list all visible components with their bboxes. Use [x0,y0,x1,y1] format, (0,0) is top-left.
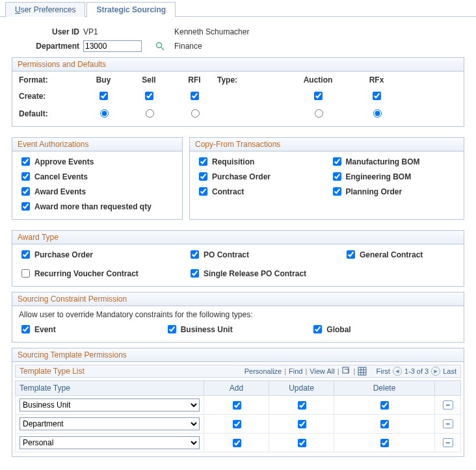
row-remove-button[interactable]: − [443,419,453,428]
template-perm-title: Sourcing Template Permissions [12,348,464,362]
department-label: Department [12,42,83,51]
svg-point-0 [157,43,162,48]
personalize-link[interactable]: Personalize [245,367,282,375]
award-more-checkbox[interactable] [21,202,30,211]
award-recurring-checkbox[interactable] [21,269,30,278]
template-type-select[interactable]: Personal [20,436,200,449]
event-auth-title: Event Authorizations [12,138,182,151]
approve-events-checkbox[interactable] [21,157,30,166]
default-buy-radio[interactable] [100,109,109,118]
copy-engbom-checkbox[interactable] [333,172,341,181]
tab-strategic-sourcing[interactable]: Strategic Sourcing [86,2,176,17]
constraint-global-checkbox[interactable] [313,325,322,333]
row-update-checkbox[interactable] [298,401,306,410]
constraint-bu-checkbox[interactable] [168,325,176,333]
copy-from-title: Copy-From Transactions [190,138,464,151]
create-buy-checkbox[interactable] [99,92,108,100]
col-delete[interactable]: Delete [334,381,435,396]
row-update-checkbox[interactable] [298,420,306,428]
row-update-checkbox[interactable] [298,439,306,447]
copy-planorder-checkbox[interactable] [333,187,341,196]
svg-line-1 [161,47,164,50]
table-row: Personal− [16,434,461,452]
row-delete-checkbox[interactable] [380,401,389,410]
row-remove-button[interactable]: − [443,400,453,410]
copy-mfgbom-checkbox[interactable] [333,157,341,166]
copy-planorder-label: Planning Order [346,187,403,196]
col-update[interactable]: Update [269,381,334,396]
award-general-checkbox[interactable] [347,250,355,259]
copy-requisition-checkbox[interactable] [199,157,207,166]
type-label: Type: [217,75,289,85]
award-po-checkbox[interactable] [21,250,30,259]
find-link[interactable]: Find [289,367,302,375]
default-rfi-radio[interactable] [191,109,200,118]
award-pocontract-checkbox[interactable] [191,250,199,259]
copy-from-section: Copy-From Transactions Requisition Manuf… [189,137,464,220]
department-input[interactable] [83,40,142,52]
template-list-title: Template Type List [20,367,85,376]
copy-engbom-label: Engineering BOM [346,172,412,181]
create-rfx-checkbox[interactable] [373,92,381,100]
event-auth-section: Event Authorizations Approve Events Canc… [12,137,183,220]
zoom-icon[interactable] [342,367,351,376]
permissions-title: Permissions and Defaults [12,58,464,72]
template-type-select[interactable]: Business Unit [20,398,200,411]
award-type-title: Award Type [12,231,464,244]
constraint-global-label: Global [326,325,350,334]
next-button[interactable]: ► [431,367,440,376]
constraint-help-text: Allow user to override Mandatory constra… [19,310,457,319]
row-add-checkbox[interactable] [233,401,241,410]
row-add-checkbox[interactable] [233,439,241,447]
constraint-section: Sourcing Constraint Permission Allow use… [12,292,464,343]
svg-rect-2 [343,367,349,373]
table-row: Business Unit− [16,396,461,415]
award-recurring-label: Recurring Voucher Contract [34,269,139,278]
row-remove-button[interactable]: − [443,438,453,447]
award-single-label: Single Release PO Contract [204,269,306,278]
row-delete-checkbox[interactable] [380,439,389,447]
copy-mfgbom-label: Manufacturing BOM [346,157,420,166]
create-label: Create: [19,92,81,101]
col-add[interactable]: Add [204,381,269,396]
row-add-checkbox[interactable] [233,420,241,428]
copy-po-label: Purchase Order [212,172,271,181]
approve-events-label: Approve Events [34,157,94,166]
department-name: Finance [174,42,304,51]
spreadsheet-icon[interactable] [358,367,367,376]
constraint-title: Sourcing Constraint Permission [12,293,464,306]
copy-po-checkbox[interactable] [199,172,207,181]
first-label: First [377,367,390,375]
award-events-label: Award Events [34,187,86,196]
award-single-checkbox[interactable] [191,269,199,278]
department-lookup-icon[interactable] [155,41,165,51]
default-auction-radio[interactable] [315,109,323,118]
constraint-event-checkbox[interactable] [21,325,30,333]
col-action [435,381,461,396]
permissions-section: Permissions and Defaults Format: Buy Sel… [12,57,464,127]
template-type-select[interactable]: Department [20,417,200,430]
col-template-type[interactable]: Template Type [16,381,204,396]
award-type-section: Award Type Purchase Order PO Contract Ge… [12,230,464,287]
view-all-link[interactable]: View All [310,367,334,375]
format-label: Format: [19,75,81,85]
range-text: 1-3 of 3 [404,367,429,375]
create-auction-checkbox[interactable] [314,92,323,100]
rfx-header: RFx [347,75,406,85]
constraint-event-label: Event [34,325,56,334]
row-delete-checkbox[interactable] [380,420,389,428]
cancel-events-checkbox[interactable] [21,172,30,181]
default-rfx-radio[interactable] [373,109,382,118]
prev-button[interactable]: ◄ [393,367,402,376]
award-po-label: Purchase Order [34,250,93,259]
default-sell-radio[interactable] [146,109,154,118]
constraint-bu-label: Business Unit [181,325,233,334]
award-general-label: General Contract [360,250,423,259]
create-sell-checkbox[interactable] [145,92,153,100]
tab-user-preferences[interactable]: User Preferences [5,2,85,17]
award-events-checkbox[interactable] [21,187,30,196]
copy-contract-checkbox[interactable] [199,187,207,196]
create-rfi-checkbox[interactable] [191,92,199,100]
award-more-label: Award more than requested qty [34,202,152,211]
buy-header: Buy [81,75,126,85]
